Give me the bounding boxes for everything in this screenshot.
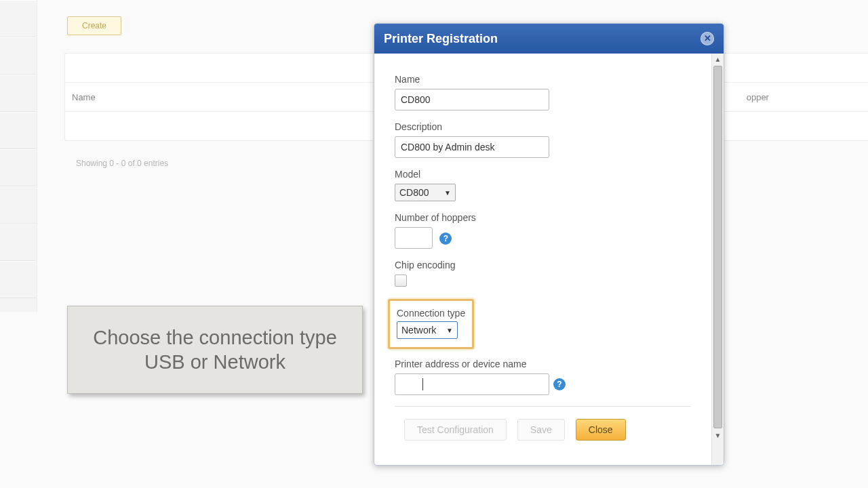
chip-encoding-label: Chip encoding [395, 260, 691, 270]
model-label: Model [395, 169, 691, 180]
connection-type-value: Network [401, 325, 436, 336]
scroll-down-icon[interactable]: ▼ [713, 430, 724, 441]
connection-type-select[interactable]: Network ▼ [397, 321, 458, 339]
chevron-down-icon: ▼ [446, 327, 453, 334]
test-configuration-button[interactable]: Test Configuration [404, 419, 507, 441]
model-select[interactable]: CD800 ▼ [395, 184, 456, 201]
hoppers-label: Number of hoppers [395, 212, 691, 223]
tutorial-callout-text: Choose the connection type USB or Networ… [93, 325, 337, 375]
help-icon[interactable]: ? [553, 378, 566, 390]
connection-type-highlight: Connection type Network ▼ [388, 299, 474, 349]
connection-type-label: Connection type [397, 308, 465, 319]
description-input[interactable] [395, 136, 549, 158]
dialog-body: Name Description Model CD800 ▼ Number of… [374, 54, 711, 465]
table-entries-summary: Showing 0 - 0 of 0 entries [76, 159, 168, 168]
scroll-up-icon[interactable]: ▲ [713, 54, 724, 64]
description-label: Description [395, 121, 691, 132]
text-cursor [422, 378, 423, 390]
help-icon[interactable]: ? [439, 232, 452, 245]
printer-address-input[interactable] [395, 373, 549, 395]
hoppers-input[interactable] [395, 227, 433, 249]
close-button[interactable]: Close [576, 419, 626, 441]
printer-address-label: Printer address or device name [395, 359, 691, 369]
chevron-down-icon: ▼ [444, 189, 451, 197]
col-hopper: opper [747, 92, 769, 102]
create-button[interactable]: Create [67, 16, 121, 35]
sidebar [0, 0, 37, 312]
save-button[interactable]: Save [517, 419, 565, 441]
close-icon[interactable]: ✕ [701, 32, 714, 45]
printer-registration-dialog: Printer Registration ✕ Name Description … [374, 23, 724, 466]
tutorial-callout: Choose the connection type USB or Networ… [67, 306, 363, 394]
name-label: Name [395, 74, 691, 85]
dialog-button-row: Test Configuration Save Close [395, 406, 691, 441]
dialog-scrollbar[interactable]: ▲ ▼ [711, 54, 724, 465]
col-name: Name [72, 92, 96, 102]
dialog-title: Printer Registration [384, 32, 498, 46]
model-select-value: CD800 [399, 187, 429, 198]
dialog-titlebar: Printer Registration ✕ [374, 24, 724, 54]
scroll-thumb[interactable] [713, 66, 722, 428]
name-input[interactable] [395, 89, 549, 110]
chip-encoding-checkbox[interactable] [395, 274, 407, 287]
